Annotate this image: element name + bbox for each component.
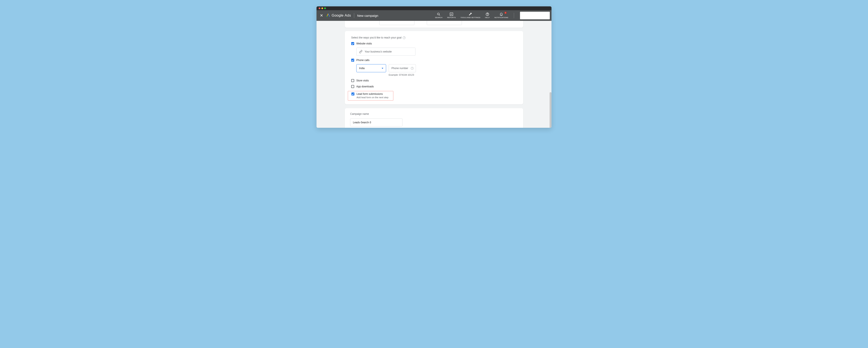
label-lead-form: Lead form submissions <box>356 93 383 96</box>
wrench-icon <box>468 12 472 16</box>
campaign-type-tile-fragment-2[interactable]: and more <box>427 21 462 25</box>
option-website-visits: Website visits Your business's website <box>351 42 517 56</box>
brand-logo[interactable]: Google Ads <box>326 13 351 18</box>
lead-form-highlight: Lead form submissions Add lead form on t… <box>348 91 393 101</box>
label-phone-calls: Phone calls <box>356 59 370 62</box>
checkbox-lead-form[interactable] <box>351 93 354 96</box>
scrollbar-thumb[interactable] <box>550 92 552 128</box>
svg-line-2 <box>439 15 440 15</box>
search-icon <box>437 12 441 16</box>
checkbox-phone-calls[interactable] <box>351 59 354 62</box>
help-icon <box>486 12 489 16</box>
phone-placeholder: Phone number <box>392 67 408 70</box>
country-value: India <box>359 67 365 70</box>
app-window: ✕ Google Ads New campaign SEARCH REPORTS… <box>316 6 552 128</box>
window-close-dot[interactable] <box>319 7 320 9</box>
section-title: Select the ways you'd like to reach your… <box>351 36 517 39</box>
notifications-button[interactable]: ! NOTIFICATIONS <box>494 12 508 19</box>
account-box[interactable] <box>520 12 550 19</box>
tools-button[interactable]: TOOLS AND SETTINGS <box>461 12 480 19</box>
window-titlebar <box>316 6 552 10</box>
content-area: across the web and more Select the ways … <box>316 21 552 128</box>
chevron-down-icon <box>382 68 383 69</box>
help-tooltip-icon[interactable]: ? <box>403 36 405 39</box>
option-store-visits: Store visits <box>351 79 517 82</box>
window-minimize-dot[interactable] <box>321 7 323 9</box>
campaign-name-input[interactable] <box>350 118 403 127</box>
phone-example: Example: 074104 10123 <box>389 74 416 76</box>
campaign-type-card-fragment: across the web and more <box>345 21 523 28</box>
svg-point-8 <box>487 15 488 15</box>
brand-text: Google Ads <box>332 13 351 18</box>
help-button[interactable]: HELP <box>485 12 490 19</box>
checkbox-app-downloads[interactable] <box>351 85 354 88</box>
header-divider <box>354 13 354 18</box>
country-select[interactable]: India <box>356 64 386 72</box>
header-actions: SEARCH REPORTS TOOLS AND SETTINGS HELP !… <box>435 12 550 19</box>
phone-help-icon[interactable]: ? <box>411 67 413 70</box>
window-maximize-dot[interactable] <box>324 7 326 9</box>
website-input[interactable]: Your business's website <box>356 47 415 56</box>
header-divider-2 <box>514 13 514 18</box>
close-icon[interactable]: ✕ <box>320 13 323 18</box>
search-button[interactable]: SEARCH <box>435 12 442 19</box>
option-phone-calls: Phone calls India Phone number ? Example… <box>351 59 517 76</box>
checkbox-website-visits[interactable] <box>351 42 354 45</box>
svg-point-1 <box>437 13 439 15</box>
option-app-downloads: App downloads <box>351 85 517 88</box>
svg-point-0 <box>327 16 328 17</box>
ads-logo-icon <box>326 13 330 18</box>
reports-icon <box>450 12 453 16</box>
bell-icon <box>499 12 503 16</box>
tools-label: TOOLS AND SETTINGS <box>461 17 480 19</box>
notification-badge: ! <box>504 12 506 14</box>
lead-form-subtext: Add lead form on the next step <box>356 96 391 99</box>
checkbox-store-visits[interactable] <box>351 79 354 82</box>
goal-reach-card: Select the ways you'd like to reach your… <box>345 31 523 104</box>
reports-button[interactable]: REPORTS <box>447 12 456 19</box>
campaign-name-label: Campaign name <box>350 112 517 115</box>
label-store-visits: Store visits <box>356 79 369 82</box>
campaign-type-tile-fragment-1[interactable]: across the web <box>379 21 414 25</box>
campaign-name-card: Campaign name <box>345 108 523 128</box>
page-title: New campaign <box>357 14 378 18</box>
label-website-visits: Website visits <box>356 42 372 45</box>
link-icon <box>359 50 363 54</box>
phone-number-input[interactable]: Phone number ? <box>389 64 416 72</box>
website-placeholder: Your business's website <box>365 50 392 53</box>
label-app-downloads: App downloads <box>356 85 374 88</box>
app-header: ✕ Google Ads New campaign SEARCH REPORTS… <box>316 10 552 21</box>
